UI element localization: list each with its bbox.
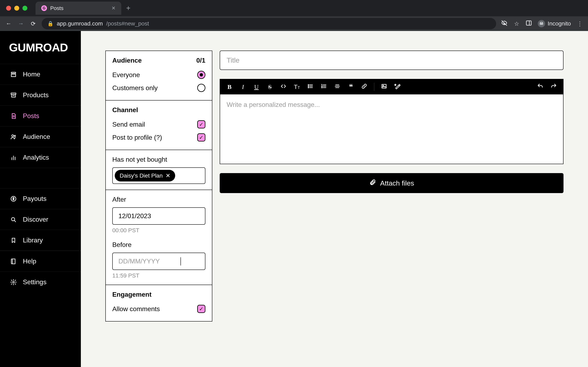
kebab-menu-icon[interactable]: ⋮ xyxy=(577,20,583,27)
url-field[interactable]: 🔒 app.gumroad.com/posts#new_post xyxy=(42,18,496,29)
sidebar-item-label: Library xyxy=(23,236,43,244)
radio-unchecked-icon[interactable] xyxy=(197,84,205,92)
home-icon xyxy=(10,71,17,78)
attach-files-button[interactable]: Attach files xyxy=(220,173,563,193)
search-icon xyxy=(10,216,17,223)
sidebar: GUMROAD Home Products Posts xyxy=(0,31,81,367)
svg-point-10 xyxy=(14,135,16,137)
bookmark-star-icon[interactable]: ☆ xyxy=(513,20,520,27)
audience-everyone-label: Everyone xyxy=(112,71,140,79)
gear-icon xyxy=(10,278,17,286)
bookmark-icon xyxy=(10,237,17,244)
book-icon xyxy=(10,258,17,265)
paperclip-icon xyxy=(369,179,376,187)
redo-icon[interactable] xyxy=(550,83,557,91)
svg-rect-30 xyxy=(382,84,386,88)
underline-icon[interactable]: U xyxy=(253,83,260,90)
sidebar-item-payouts[interactable]: Payouts xyxy=(0,188,81,209)
incognito-indicator[interactable]: Incognito xyxy=(538,20,571,27)
allow-comments-option[interactable]: Allow comments ✓ xyxy=(112,302,205,315)
audience-customers-label: Customers only xyxy=(112,84,158,92)
panel-icon[interactable] xyxy=(526,20,532,28)
after-date-input[interactable] xyxy=(112,207,205,225)
product-tag-label: Daisy's Diet Plan xyxy=(120,173,163,179)
nav-forward-button[interactable]: → xyxy=(17,20,25,27)
main-content: Audience 0/1 Everyone Customers only Cha… xyxy=(81,31,588,367)
sidebar-item-label: Discover xyxy=(23,216,48,223)
gumroad-favicon-icon: G xyxy=(41,5,47,11)
post-title-input[interactable] xyxy=(220,50,563,70)
engagement-title: Engagement xyxy=(112,291,205,298)
sidebar-item-audience[interactable]: Audience xyxy=(0,126,81,147)
magic-icon[interactable] xyxy=(394,83,401,91)
sidebar-item-discover[interactable]: Discover xyxy=(0,209,81,230)
users-icon xyxy=(10,133,17,141)
url-domain: app.gumroad.com xyxy=(57,20,103,27)
italic-icon[interactable]: I xyxy=(239,83,247,90)
sidebar-item-posts[interactable]: Posts xyxy=(0,105,81,126)
checkbox-checked-icon[interactable]: ✓ xyxy=(197,305,205,313)
text-size-icon[interactable]: TT xyxy=(293,83,301,90)
archive-icon xyxy=(10,92,17,99)
not-bought-input[interactable]: Daisy's Diet Plan ✕ xyxy=(112,167,205,184)
window-close-button[interactable] xyxy=(6,6,11,11)
sidebar-item-analytics[interactable]: Analytics xyxy=(0,147,81,168)
nav-back-button[interactable]: ← xyxy=(5,20,12,27)
url-path: /posts#new_post xyxy=(106,20,149,27)
sidebar-item-label: Payouts xyxy=(23,195,47,202)
checkbox-checked-icon[interactable]: ✓ xyxy=(197,133,205,142)
checkbox-checked-icon[interactable]: ✓ xyxy=(197,120,205,128)
audience-everyone-option[interactable]: Everyone xyxy=(112,68,205,81)
sidebar-item-help[interactable]: Help xyxy=(0,251,81,272)
sidebar-item-library[interactable]: Library xyxy=(0,230,81,250)
browser-tab-active[interactable]: G Posts ✕ xyxy=(35,2,121,15)
incognito-label: Incognito xyxy=(548,20,571,27)
window-minimize-button[interactable] xyxy=(14,6,19,11)
window-maximize-button[interactable] xyxy=(22,6,27,11)
allow-comments-label: Allow comments xyxy=(112,305,160,313)
post-to-profile-option[interactable]: Post to profile (?) ✓ xyxy=(112,131,205,144)
after-hint: 00:00 PST xyxy=(112,227,205,234)
lock-icon: 🔒 xyxy=(47,21,53,26)
sidebar-item-products[interactable]: Products xyxy=(0,85,81,105)
bullet-list-icon[interactable] xyxy=(307,83,314,91)
post-body-editor[interactable]: Write a personalized message... xyxy=(220,94,563,164)
tab-close-icon[interactable]: ✕ xyxy=(112,5,116,11)
app-viewport: GUMROAD Home Products Posts xyxy=(0,31,588,367)
eye-off-icon[interactable] xyxy=(501,20,508,28)
nav-reload-button[interactable]: ⟳ xyxy=(29,20,37,27)
bar-chart-icon xyxy=(10,154,17,161)
browser-address-bar: ← → ⟳ 🔒 app.gumroad.com/posts#new_post ☆… xyxy=(0,16,588,31)
svg-rect-0 xyxy=(526,21,531,25)
bold-icon[interactable]: B xyxy=(226,83,233,90)
browser-tabs: G Posts ✕ + xyxy=(35,0,130,16)
send-email-option[interactable]: Send email ✓ xyxy=(112,118,205,131)
sidebar-item-label: Analytics xyxy=(23,154,49,161)
quote-icon[interactable]: ❝ xyxy=(347,83,355,91)
numbered-list-icon[interactable] xyxy=(320,83,328,91)
sidebar-item-label: Home xyxy=(23,71,40,78)
new-tab-button[interactable]: + xyxy=(126,4,130,12)
image-icon[interactable] xyxy=(380,83,388,91)
sidebar-item-label: Settings xyxy=(23,278,47,286)
strikethrough-icon[interactable]: S xyxy=(266,83,274,90)
sidebar-item-home[interactable]: Home xyxy=(0,64,81,85)
hr-icon[interactable] xyxy=(334,83,341,91)
sidebar-item-label: Audience xyxy=(23,133,50,141)
sidebar-item-settings[interactable]: Settings xyxy=(0,272,81,292)
link-icon[interactable] xyxy=(361,83,368,91)
after-label: After xyxy=(112,196,205,203)
before-label: Before xyxy=(112,241,205,249)
audience-customers-option[interactable]: Customers only xyxy=(112,81,205,94)
channel-section: Channel Send email ✓ Post to profile (?)… xyxy=(106,100,212,150)
code-icon[interactable] xyxy=(280,83,287,91)
radio-checked-icon[interactable] xyxy=(197,71,205,79)
before-date-input[interactable] xyxy=(112,253,205,270)
window-controls xyxy=(6,6,27,11)
audience-section: Audience 0/1 Everyone Customers only xyxy=(106,51,212,100)
post-to-profile-label: Post to profile (?) xyxy=(112,134,162,141)
macos-titlebar: G Posts ✕ + xyxy=(0,0,588,16)
undo-icon[interactable] xyxy=(536,83,544,91)
tag-remove-icon[interactable]: ✕ xyxy=(165,172,170,179)
not-bought-title: Has not yet bought xyxy=(112,156,205,163)
